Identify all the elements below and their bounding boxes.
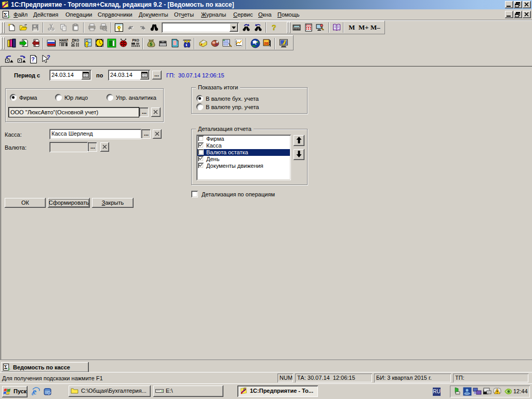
svg-text:Σ: Σ	[4, 364, 8, 370]
svg-text:Σ: Σ	[4, 11, 7, 18]
svg-text:?: ?	[31, 56, 35, 62]
svg-text:?: ?	[47, 55, 50, 60]
svg-text:ПКО: ПКО	[72, 38, 79, 42]
svg-text:?: ?	[272, 23, 276, 32]
svg-text:26: 26	[264, 42, 269, 45]
svg-text:НАКЛ: НАКЛ	[59, 38, 68, 42]
svg-text:$: $	[150, 42, 152, 47]
svg-text:РКО: РКО	[132, 38, 139, 42]
